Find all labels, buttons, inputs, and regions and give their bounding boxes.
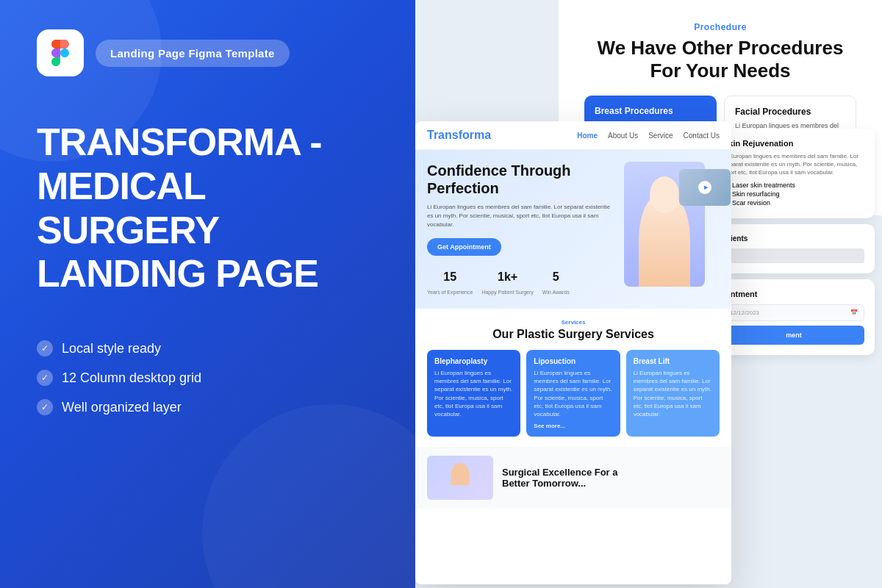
svc-card-breast-lift: Breast Lift Li Europan lingues es membre… — [626, 350, 720, 437]
proc-card-title: Breast Procedures — [595, 106, 706, 116]
check-icon: ✓ — [37, 340, 53, 356]
procedures-title: We Have Other Procedures For Your Needs — [584, 37, 856, 82]
right-panel: Prochedure We Have Other Procedures For … — [415, 0, 882, 588]
svc-card-title: Liposuction — [534, 357, 612, 365]
feature-item: ✓ Well organized layer — [37, 399, 379, 415]
hero-video-thumbnail[interactable]: ▶ — [679, 169, 731, 206]
svc-card-text: Li Europan lingues es membres del sam fa… — [634, 369, 712, 418]
hero-heading: Confidence Through Perfection — [427, 162, 615, 197]
site-bottom: Surgical Excellence For a Better Tomorro… — [415, 447, 731, 509]
procedures-label: Prochedure — [584, 22, 856, 32]
appointment-title: ointment — [723, 290, 864, 298]
nav-home[interactable]: Home — [577, 132, 598, 140]
feature-item: ✓ 12 Column desktop grid — [37, 370, 379, 386]
nav-contact[interactable]: Contact Us — [684, 132, 720, 140]
nav-service[interactable]: Service — [648, 132, 673, 140]
play-button[interactable]: ▶ — [698, 181, 711, 194]
services-title: Our Plastic Surgery Services — [427, 328, 720, 341]
skin-rejuvenation-card: Skin Rejuvenation Li Europan lingues es … — [713, 129, 875, 218]
hero-image-col: ▶ — [624, 162, 720, 287]
skin-card-title: Skin Rejuvenation — [723, 139, 864, 148]
svc-card-blepharoplasty: Blepharoplasty Li Europan lingues es mem… — [427, 350, 520, 437]
hero-text: Confidence Through Perfection Li Europan… — [427, 162, 615, 297]
left-panel: Landing Page Figma Template TRANSFORMA -… — [0, 0, 415, 588]
top-bar: Landing Page Figma Template — [37, 29, 379, 76]
site-nav: Transforma Home About Us Service Contact… — [415, 121, 731, 150]
get-appointment-button[interactable]: Get Appointment — [427, 238, 501, 256]
proc-card-title: Facial Procedures — [735, 107, 845, 117]
svc-card-text: Li Europan lingues es membres del sam fa… — [434, 369, 513, 418]
svc-card-liposuction: Liposuction Li Europan lingues es membre… — [526, 350, 620, 437]
stat-experience: 15 Years of Experience — [427, 270, 473, 297]
bottom-person-image — [427, 456, 493, 500]
svc-card-title: Blepharoplasty — [434, 357, 513, 365]
svc-card-title: Breast Lift — [634, 357, 712, 365]
stat-awards: 5 Win Awards — [542, 270, 570, 297]
appointment-date-field[interactable]: 12/12/2023 📅 — [723, 304, 864, 321]
hero-stats: 15 Years of Experience 1k+ Happy Patient… — [427, 270, 615, 297]
template-badge: Landing Page Figma Template — [96, 40, 290, 67]
clients-bar — [723, 248, 864, 263]
site-hero: Confidence Through Perfection Li Europan… — [415, 150, 731, 309]
stat-patients: 1k+ Happy Patient Surgery — [481, 270, 533, 297]
site-nav-links: Home About Us Service Contact Us — [577, 132, 720, 140]
services-cards: Blepharoplasty Li Europan lingues es mem… — [427, 350, 720, 437]
feature-item: ✓ Local style ready — [37, 340, 379, 356]
bottom-text: Surgical Excellence For a Better Tomorro… — [502, 467, 618, 490]
website-preview: Transforma Home About Us Service Contact… — [415, 121, 731, 584]
main-title: TRANSFORMA - MEDICAL SURGERY LANDING PAG… — [37, 121, 379, 296]
hero-desc: Li Europan lingues es membres del sam fa… — [427, 203, 615, 229]
site-services: Services Our Plastic Surgery Services Bl… — [415, 309, 731, 447]
nav-about[interactable]: About Us — [608, 132, 638, 140]
svc-card-link[interactable]: See more... — [534, 423, 612, 429]
check-icon: ✓ — [37, 399, 53, 415]
figma-logo — [37, 29, 84, 76]
appointment-button[interactable]: ment — [723, 326, 864, 345]
skin-card-list: Laser skin treatments Skin resurfacing S… — [723, 182, 864, 207]
skin-card-text: Li Europan lingues es membres del sam fa… — [723, 152, 864, 177]
appointment-card: ointment 12/12/2023 📅 ment — [713, 279, 875, 355]
features-list: ✓ Local style ready ✓ 12 Column desktop … — [37, 340, 379, 415]
site-logo: Transforma — [427, 129, 491, 142]
services-label: Services — [427, 319, 720, 326]
clients-card: Clients — [713, 224, 875, 273]
calendar-icon: 📅 — [850, 309, 858, 316]
clients-label: Clients — [723, 234, 864, 243]
check-icon: ✓ — [37, 370, 53, 386]
svc-card-text: Li Europan lingues es membres del sam fa… — [534, 369, 612, 418]
right-cards-overlay: Skin Rejuvenation Li Europan lingues es … — [706, 121, 882, 362]
